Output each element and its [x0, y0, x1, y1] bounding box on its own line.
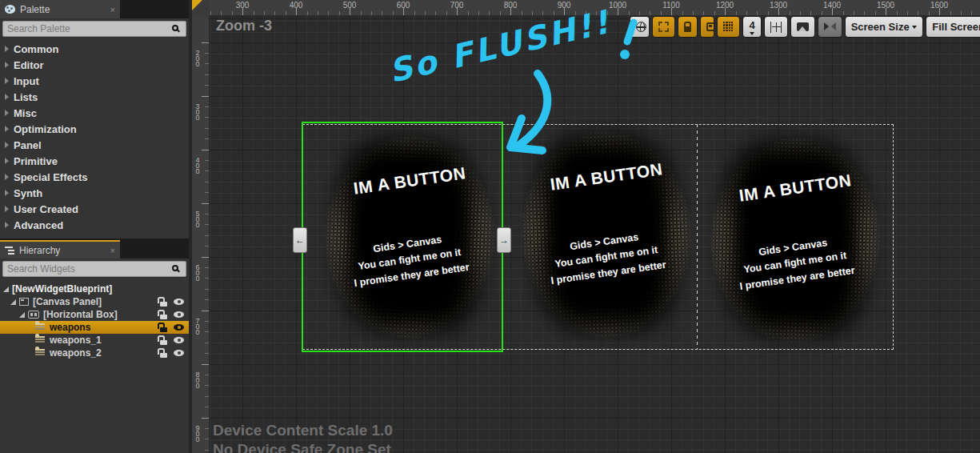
chevron-right-icon	[5, 110, 9, 116]
chevron-right-icon	[5, 46, 9, 52]
visibility-icon[interactable]	[174, 337, 184, 343]
palette-panel: Palette × Common Editor Input Lists Misc…	[0, 0, 189, 239]
chevron-down-icon	[750, 32, 754, 35]
grid-snap-size-dropdown[interactable]: 4	[742, 16, 761, 38]
tree-row-canvas-panel[interactable]: [Canvas Panel]	[0, 295, 189, 308]
screen-size-dropdown[interactable]: Screen Size	[845, 16, 924, 38]
palette-category-list: Common Editor Input Lists Misc Optimizat…	[0, 39, 189, 233]
visibility-icon[interactable]	[174, 350, 184, 356]
widget-outline-toggle[interactable]	[701, 17, 714, 37]
reorder-right-handle[interactable]	[497, 227, 511, 253]
palette-category-common[interactable]: Common	[0, 41, 189, 57]
chevron-right-icon	[5, 158, 9, 164]
chevron-right-icon	[5, 222, 9, 228]
palette-search-input[interactable]	[3, 22, 186, 36]
chevron-right-icon	[5, 206, 9, 212]
zoom-level-label: Zoom -3	[216, 18, 272, 34]
chevron-right-icon	[5, 78, 9, 84]
visibility-icon[interactable]	[174, 299, 184, 305]
image-icon	[797, 22, 809, 31]
hierarchy-tab-label: Hierarchy	[19, 245, 60, 256]
tab-palette[interactable]: Palette ×	[0, 0, 120, 18]
selection-outline	[302, 122, 503, 352]
palette-category-primitive[interactable]: Primitive	[0, 153, 189, 169]
palette-category-advanced[interactable]: Advanced	[0, 217, 189, 233]
palette-category-editor[interactable]: Editor	[0, 57, 189, 73]
widget-outline-icon	[706, 22, 714, 31]
fill-screen-button[interactable]: Fill Screen	[926, 16, 980, 38]
widget-tree: [NewWidgetBlueprint] [Canvas Panel] [Hor…	[0, 279, 189, 359]
chevron-right-icon	[5, 62, 9, 68]
chevron-right-icon	[5, 126, 9, 132]
palette-category-input[interactable]: Input	[0, 73, 189, 89]
unlock-icon[interactable]	[160, 340, 167, 345]
preview-background-button[interactable]	[790, 16, 815, 38]
device-content-scale-label: Device Content Scale 1.0	[213, 422, 393, 439]
move-crosshair-icon	[770, 22, 782, 33]
palette-category-panel[interactable]: Panel	[0, 137, 189, 153]
reorder-left-handle[interactable]	[293, 227, 307, 253]
grid-icon	[723, 22, 734, 32]
grid-snap-toggle[interactable]	[717, 16, 740, 38]
widget-blueprint-designer: Palette × Common Editor Input Lists Misc…	[0, 0, 980, 453]
palette-category-optimization[interactable]: Optimization	[0, 121, 189, 137]
palette-category-synth[interactable]: Synth	[0, 185, 189, 201]
flip-preview-button[interactable]	[818, 16, 842, 38]
slot-separator-dashed	[697, 124, 698, 350]
palette-category-user-created[interactable]: User Created	[0, 201, 189, 217]
hierarchy-search-row	[0, 259, 189, 279]
ruler-vertical: 2 0 0 3 0 0 4 0 0 5 0 0 6 0 0 7 0 0 8 0 …	[192, 16, 210, 453]
palette-category-misc[interactable]: Misc	[0, 105, 189, 121]
tree-row-weapons-1[interactable]: weapons_1	[0, 334, 189, 347]
tree-row-weapons[interactable]: weapons	[0, 321, 189, 334]
user-widget-icon	[35, 336, 45, 344]
safe-zone-label: No Device Safe Zone Set	[213, 441, 391, 453]
hierarchy-search-input[interactable]	[3, 262, 186, 276]
hierarchy-panel: Hierarchy × [NewWidgetBlueprint]	[0, 240, 189, 453]
tree-row-horizontal-box[interactable]: [Horizontal Box]	[0, 308, 189, 321]
palette-tab-label: Palette	[20, 4, 50, 15]
palette-category-lists[interactable]: Lists	[0, 89, 189, 105]
palette-search-row	[0, 18, 189, 39]
tree-row-root[interactable]: [NewWidgetBlueprint]	[0, 283, 189, 295]
palette-icon	[5, 5, 15, 14]
mirror-flip-icon	[824, 22, 836, 31]
palette-tabstrip: Palette ×	[0, 0, 189, 18]
unlock-icon[interactable]	[160, 353, 167, 358]
chevron-expanded-icon[interactable]	[19, 312, 25, 318]
chevron-expanded-icon[interactable]	[3, 287, 9, 292]
user-widget-icon	[35, 323, 45, 331]
transform-mode-button[interactable]	[764, 16, 788, 38]
chevron-down-icon	[912, 26, 917, 29]
designer-toolbar: None R 4 Screen Size Fill Screen	[630, 16, 980, 38]
palette-category-special-effects[interactable]: Special Effects	[0, 169, 189, 185]
canvas-panel-icon	[19, 298, 29, 306]
search-icon	[172, 265, 178, 271]
chevron-right-icon	[5, 174, 9, 180]
unlock-icon[interactable]	[160, 315, 167, 319]
unlock-icon[interactable]	[160, 327, 167, 332]
chevron-right-icon	[5, 190, 9, 196]
lock-icon	[684, 26, 691, 32]
horizontal-box-icon	[28, 311, 39, 319]
hierarchy-tabstrip: Hierarchy ×	[0, 240, 189, 259]
tab-hierarchy[interactable]: Hierarchy ×	[0, 240, 120, 259]
tree-row-weapons-2[interactable]: weapons_2	[0, 347, 189, 359]
chevron-right-icon	[5, 94, 9, 100]
hierarchy-icon	[5, 247, 14, 255]
visibility-icon[interactable]	[174, 311, 184, 318]
visibility-icon[interactable]	[174, 324, 184, 331]
close-icon[interactable]: ×	[110, 246, 115, 255]
unlock-icon[interactable]	[160, 302, 167, 307]
search-icon	[172, 25, 178, 31]
designer-canvas[interactable]: IM A BUTTON Gids > Canvas You can fight …	[192, 0, 980, 453]
respect-locks-toggle[interactable]	[678, 16, 698, 38]
chevron-right-icon	[5, 142, 9, 148]
raw-edit-group: R	[700, 16, 714, 38]
left-panel-stack: Palette × Common Editor Input Lists Misc…	[0, 0, 189, 453]
corner-flag-marker	[192, 0, 202, 12]
user-widget-icon	[35, 349, 45, 357]
close-icon[interactable]: ×	[110, 5, 115, 14]
chevron-expanded-icon[interactable]	[10, 299, 16, 305]
